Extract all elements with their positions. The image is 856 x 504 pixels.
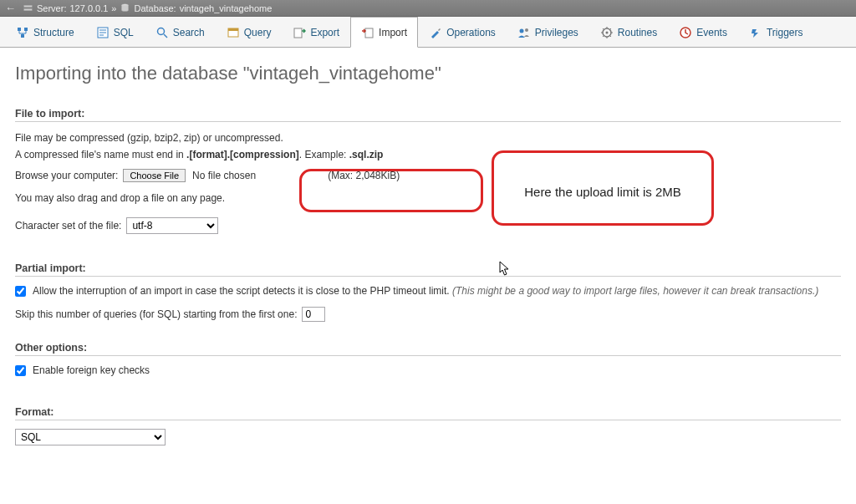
breadcrumb-server-value[interactable]: 127.0.0.1 [69,0,108,17]
tab-privileges[interactable]: Privileges [507,17,589,47]
tab-label: Routines [618,27,657,38]
svg-rect-4 [24,28,28,31]
svg-rect-0 [24,5,33,7]
tab-label: Import [379,27,407,38]
content-pane: Importing into the database "vintageh_vi… [0,48,856,445]
back-arrow-icon[interactable]: ← [5,0,16,17]
fk-checks-row: Enable foreign key checks [15,364,841,376]
file-chosen-status: No file chosen [192,170,256,181]
allow-interruption-text: Allow the interruption of an import in c… [33,285,452,297]
svg-rect-3 [18,28,21,31]
svg-rect-1 [24,8,33,10]
tab-label: Search [173,27,205,38]
drag-drop-hint: You may also drag and drop a file on any… [15,191,841,206]
tab-events[interactable]: Events [668,17,738,47]
tab-import[interactable]: Import [350,17,418,48]
svg-point-15 [605,31,608,33]
breadcrumb-separator: » [111,0,116,17]
charset-label: Character set of the file: [15,220,121,232]
svg-point-13 [525,28,528,32]
structure-icon [16,26,29,39]
section-file-to-import: File to import: [15,108,841,122]
database-icon [120,3,130,13]
fk-checks-checkbox[interactable] [15,365,26,376]
tab-label: SQL [114,27,134,38]
section-format: Format: [15,406,841,420]
svg-point-12 [519,28,523,33]
hint-name-format: A compressed file's name must end in .[f… [15,147,841,162]
skip-queries-row: Skip this number of queries (for SQL) st… [15,307,841,322]
tab-export[interactable]: Export [282,17,350,47]
triggers-icon [749,26,762,39]
tab-label: Operations [446,27,496,38]
tab-label: Events [696,27,727,38]
export-icon [293,26,306,39]
allow-interruption-checkbox[interactable] [15,286,26,297]
operations-icon [429,26,442,39]
routines-icon [600,26,614,39]
tab-sql[interactable]: SQL [85,17,145,47]
charset-row: Character set of the file: utf-8 [15,217,841,234]
tab-label: Triggers [767,27,803,38]
search-icon [155,26,169,39]
hint-name-format-ex: .sql.zip [349,149,384,160]
skip-queries-input[interactable] [302,307,325,322]
svg-rect-5 [21,34,24,38]
svg-rect-9 [228,28,238,31]
section-partial-import: Partial import: [15,262,841,277]
fk-checks-label[interactable]: Enable foreign key checks [33,364,150,376]
format-select[interactable]: SQL [15,429,166,445]
page-title: Importing into the database "vintageh_vi… [15,63,841,84]
skip-queries-label: Skip this number of queries (for SQL) st… [15,308,297,320]
allow-interruption-row: Allow the interruption of an import in c… [15,285,841,297]
tab-structure[interactable]: Structure [5,17,85,47]
max-upload-size: (Max: 2,048KiB) [328,170,400,181]
tab-operations[interactable]: Operations [418,17,507,47]
tab-label: Query [244,27,272,38]
tab-routines[interactable]: Routines [589,17,668,47]
tab-label: Privileges [535,27,578,38]
charset-select[interactable]: utf-8 [126,217,218,234]
browse-label: Browse your computer: [15,170,118,181]
allow-interruption-label[interactable]: Allow the interruption of an import in c… [33,285,818,297]
section-other-options: Other options: [15,342,841,356]
events-icon [679,26,692,39]
server-icon [23,3,33,13]
hint-name-format-mid: . Example: [299,149,349,160]
svg-rect-11 [365,28,373,38]
tab-search[interactable]: Search [145,17,216,47]
hint-compressed: File may be compressed (gzip, bzip2, zip… [15,130,841,145]
tab-label: Export [310,27,339,38]
hint-name-format-bold: .[format].[compression] [186,149,299,160]
tabs-bar: StructureSQLSearchQueryExportImportOpera… [0,17,856,48]
sql-icon [96,26,110,39]
breadcrumb-server-label: Server: [37,0,66,17]
import-icon [361,26,374,39]
allow-interruption-note: (This might be a good way to import larg… [452,285,818,297]
file-browse-row: Browse your computer: Choose File No fil… [15,169,841,182]
svg-rect-10 [294,28,302,38]
breadcrumb-db-value[interactable]: vintageh_vintagehome [180,0,273,17]
query-icon [227,26,240,39]
breadcrumb: ← Server: 127.0.0.1 » Database: vintageh… [0,0,856,17]
svg-point-7 [157,28,164,34]
breadcrumb-db-label: Database: [134,0,176,17]
tab-label: Structure [33,27,74,38]
hint-name-format-pre: A compressed file's name must end in [15,149,186,160]
tab-triggers[interactable]: Triggers [738,17,814,47]
privileges-icon [517,26,531,39]
choose-file-button[interactable]: Choose File [123,169,186,182]
tab-query[interactable]: Query [216,17,283,47]
